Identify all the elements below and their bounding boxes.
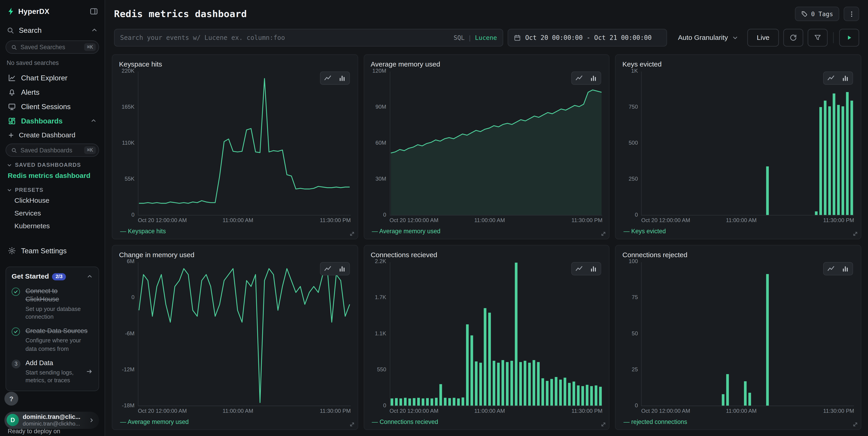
refresh-button[interactable] [783,29,803,47]
resize-handle-icon[interactable] [601,422,606,427]
get-started-step-connect[interactable]: Connect to ClickHouse Set up your databa… [11,287,93,320]
x-tick-label: 11:00:00 AM [223,408,253,414]
legend-item[interactable]: Average memory used [119,418,351,425]
sidebar-item-alerts[interactable]: Alerts [3,85,101,99]
get-started-step-add-data[interactable]: 3 Add Data Start sending logs, metrics, … [11,359,93,384]
bar-chart-icon-button[interactable] [335,263,349,275]
sidebar-item-team-settings[interactable]: Team Settings [3,243,101,258]
y-tick-label: 120M [372,68,386,74]
y-tick-label: 500 [628,140,638,146]
legend-label: rejected connections [624,418,687,425]
sidebar-item-chart-explorer[interactable]: Chart Explorer [3,70,101,85]
bar [837,105,840,215]
chart-body: 0255075100 [622,262,854,406]
granularity-select[interactable]: Auto Granularity [674,29,743,47]
chart-card-average-memory-used[interactable]: Average memory used 030M60M90M120M Oct 2… [364,54,610,239]
get-started-step-sources[interactable]: Create Data Sources Configure where your… [11,327,93,352]
search-section-icon [7,26,14,34]
axis-lines [138,262,351,406]
user-menu[interactable]: D dominic.tran@clic... dominic.tran@clic… [4,412,99,429]
line-chart-icon-button[interactable] [320,72,335,84]
bar [488,313,491,406]
step-title: Create Data Sources [26,327,93,335]
create-dashboard-button[interactable]: Create Dashboard [0,128,105,141]
create-dashboard-label: Create Dashboard [19,131,75,139]
sidebar-collapse-button[interactable] [90,7,98,16]
legend-item[interactable]: rejected connections [622,418,854,425]
event-search-input[interactable]: Search your events w/ Lucene ex. column:… [114,29,503,47]
saved-dashboards-input[interactable]: Saved Dashboards ⌘K [5,144,99,157]
bar-chart-icon-button[interactable] [587,72,601,84]
y-tick-label: 550 [377,366,386,373]
sidebar-item-redis-dashboard[interactable]: Redis metrics dashboard [0,169,105,182]
sidebar-item-clickhouse[interactable]: ClickHouse [0,194,105,207]
legend-item[interactable]: Connections recieved [371,418,602,425]
date-range-picker[interactable]: Oct 20 00:00:00 - Oct 21 00:00:00 [507,29,667,47]
get-started-header[interactable]: Get Started 2/3 [11,273,93,281]
tags-button[interactable]: 0 Tags [795,7,839,21]
x-tick-label: 11:00:00 AM [474,217,505,223]
sidebar-item-label: Client Sessions [21,102,97,111]
line-chart-icon-button[interactable] [824,263,838,275]
filter-button[interactable] [808,29,828,47]
x-axis: Oct 20 12:00:00 AM11:00:00 AM11:30:00 PM [641,408,854,415]
bar-chart-icon-button[interactable] [838,263,852,275]
resize-handle-icon[interactable] [601,231,606,236]
sidebar-section-search[interactable]: Search [0,22,105,38]
sidebar-item-client-sessions[interactable]: Client Sessions [3,99,101,113]
monitor-icon [8,102,16,111]
query-language-toggle[interactable]: SQL | Lucene [454,34,497,41]
chart-card-connections-recieved[interactable]: Connections recieved 05501.1K1.7K2.2K Oc… [364,245,610,430]
chart-canvas [641,71,854,215]
saved-dashboards-group[interactable]: SAVED DASHBOARDS [0,157,105,169]
line-chart-icon-button[interactable] [320,263,335,275]
resize-handle-icon[interactable] [349,231,354,236]
legend-item[interactable]: Average memory used [371,228,602,234]
step-description: Configure where your data comes from [26,337,93,352]
sidebar-item-services[interactable]: Services [0,207,105,220]
x-axis: Oct 20 12:00:00 AM11:00:00 AM11:30:00 PM [641,217,854,225]
toggle-divider: | [468,34,471,41]
dots-vertical-icon [848,10,855,18]
sidebar-item-kubernetes[interactable]: Kubernetes [0,220,105,232]
legend-item[interactable]: Keys evicted [622,228,854,234]
bar [404,398,406,405]
help-button[interactable]: ? [4,392,18,406]
line-chart-icon-button[interactable] [824,72,838,84]
line-chart-icon-button[interactable] [572,263,586,275]
sidebar-item-label: Dashboards [21,117,85,125]
x-tick-label: Oct 20 12:00:00 AM [390,408,439,414]
bar-chart-icon-button[interactable] [335,72,349,84]
legend-item[interactable]: Keyspace hits [119,228,351,234]
resize-handle-icon[interactable] [852,231,858,236]
chart-card-change-in-memory-used[interactable]: Change in memory used -18M-12M-6M06M Oct… [112,245,358,430]
run-query-button[interactable] [839,29,859,47]
lucene-toggle-label[interactable]: Lucene [475,34,497,41]
deploy-banner-line1: Ready to deploy on [8,428,71,435]
bar [422,399,424,405]
tag-icon [801,10,808,17]
line-chart-icon-button[interactable] [572,72,586,84]
bar-chart-icon-button[interactable] [587,263,601,275]
chart-card-keyspace-hits[interactable]: Keyspace hits 055K110K165K220K Oct 20 12… [112,54,358,239]
y-tick-label: 0 [635,402,638,408]
chart-card-connections-rejected[interactable]: Connections rejected 0255075100 Oct 20 1… [615,245,861,430]
user-name: dominic.tran@clic... [23,413,85,420]
resize-handle-icon[interactable] [852,422,858,427]
resize-handle-icon[interactable] [349,422,354,427]
bar [572,382,575,406]
bar-chart-icon-button[interactable] [838,72,852,84]
axis-lines [138,71,351,215]
x-tick-label: 11:30:00 PM [571,217,602,223]
sql-toggle-label[interactable]: SQL [454,34,465,41]
more-options-button[interactable] [844,7,859,21]
live-button[interactable]: Live [747,29,779,47]
step-title: Connect to ClickHouse [26,287,93,304]
chevron-right-icon [89,417,95,423]
saved-searches-input[interactable]: Saved Searches ⌘K [5,40,99,54]
presets-group[interactable]: PRESETS [0,182,105,194]
sidebar-item-dashboards[interactable]: Dashboards [3,114,101,128]
bar [417,398,420,405]
x-tick-label: 11:00:00 AM [726,408,757,414]
chart-card-keys-evicted[interactable]: Keys evicted 02505007501K Oct 20 12:00:0… [615,54,861,239]
